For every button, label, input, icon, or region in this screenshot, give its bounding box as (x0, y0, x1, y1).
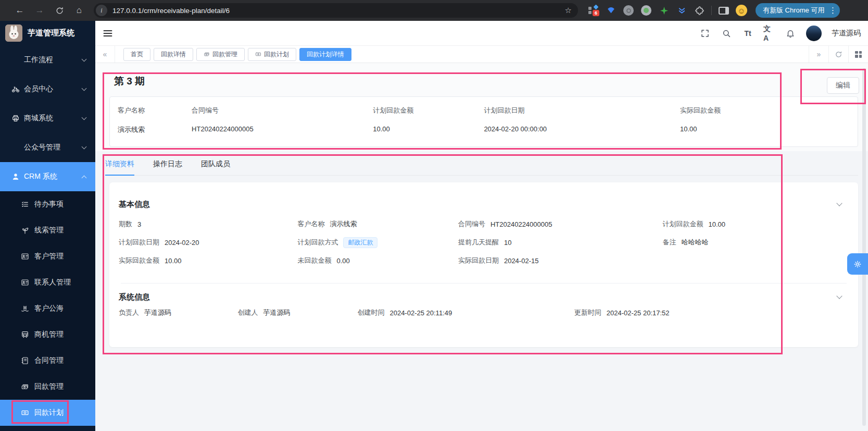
language-icon[interactable]: 文A (763, 28, 775, 39)
chevron-up-icon (82, 175, 87, 180)
browser-menu-icon[interactable]: ⋮ (827, 6, 838, 15)
app-header: Tt 文A 芋道源码 (95, 21, 868, 46)
layout-grid-icon[interactable] (848, 46, 868, 63)
fullscreen-icon[interactable] (699, 28, 711, 39)
field-update-time: 更新时间2024-02-25 20:17:52 (574, 307, 849, 318)
summary-col: 计划回款金额 10.00 (373, 106, 484, 134)
back-icon[interactable]: ← (14, 4, 26, 17)
contact-card-icon (21, 252, 29, 261)
basic-info-fields: 期数3 客户名称演示线索 合同编号HT20240224000005 计划回款金额… (119, 218, 849, 266)
edit-button[interactable]: 编辑 (827, 77, 859, 94)
tabs-scroll-left-icon[interactable]: « (95, 46, 115, 63)
sidebar-item-contacts[interactable]: 联系人管理 (0, 269, 95, 295)
tab-bar-actions: » (809, 46, 868, 63)
field-unpaid-amount: 未回款金额0.00 (297, 255, 458, 266)
page-title: 第 3 期 (114, 75, 145, 88)
sidebar-item-crm-system[interactable]: CRM 系统 (0, 162, 95, 191)
bell-icon[interactable] (785, 28, 796, 39)
extension-badge-icon[interactable]: 6 (587, 5, 599, 16)
username[interactable]: 芋道源码 (832, 29, 861, 38)
summary-card: 客户名称 演示线索 合同编号 HT20240224000005 计划回款金额 1… (109, 96, 858, 147)
money-stack-icon (204, 51, 210, 57)
app-title: 芋道管理系统 (28, 28, 74, 38)
tabs-scroll-right-icon[interactable]: » (809, 46, 828, 63)
pool-icon (21, 304, 29, 313)
extension-green-star-icon[interactable] (658, 5, 670, 16)
header-actions: Tt 文A 芋道源码 (699, 26, 861, 41)
site-info-icon[interactable]: i (96, 5, 107, 16)
scrollbar[interactable] (862, 68, 866, 426)
forward-icon[interactable]: → (33, 4, 46, 17)
refresh-icon[interactable] (828, 46, 848, 63)
sidebar-item-receivables[interactable]: 回款管理 (0, 374, 95, 400)
system-info-fields: 负责人芋道源码 创建人芋道源码 创建时间2024-02-25 20:11:49 … (119, 307, 849, 318)
address-bar[interactable]: i 127.0.0.1/crm/receivable-plan/detail/6… (94, 3, 578, 18)
chevron-down-icon (82, 115, 87, 120)
field-actual-amount: 实际回款金额10.00 (119, 255, 297, 266)
sidebar-item-customer-pool[interactable]: 客户公海 (0, 295, 95, 322)
section-divider (121, 283, 847, 284)
sidebar-item-contracts[interactable]: 合同管理 (0, 348, 95, 374)
field-contract-no: 合同编号HT20240224000005 (458, 218, 663, 230)
seedling-icon (21, 226, 29, 235)
sidebar-item-todo[interactable]: 待办事项 (0, 191, 95, 217)
banknote-icon (21, 409, 29, 417)
tab-operation-log[interactable]: 操作日志 (153, 159, 182, 175)
summary-col: 实际回款金额 10.00 (680, 106, 858, 134)
tab-receivable-plan[interactable]: 回款计划 (248, 48, 296, 61)
tab-receivable-detail[interactable]: 回款详情 (154, 48, 193, 61)
extension-kite-icon[interactable] (605, 5, 617, 16)
collapse-chevron-icon[interactable] (836, 293, 842, 299)
sidebar-item-customers[interactable]: 客户管理 (0, 243, 95, 269)
detail-tabs: 详细资料 操作日志 团队成员 (95, 151, 868, 182)
sidebar-item-member-center[interactable]: 会员中心 (0, 75, 95, 104)
extensions-puzzle-icon[interactable] (694, 5, 705, 16)
tab-team-members[interactable]: 团队成员 (201, 159, 230, 175)
tab-receivable-plan-detail[interactable]: 回款计划详情 (299, 48, 351, 61)
menu-collapse-icon[interactable] (103, 28, 114, 39)
banknote-icon (255, 51, 261, 57)
chevron-down-icon (82, 86, 87, 91)
summary-grid: 客户名称 演示线索 合同编号 HT20240224000005 计划回款金额 1… (118, 106, 858, 134)
summary-col: 合同编号 HT20240224000005 (192, 106, 373, 134)
extension-chevrons-icon[interactable] (676, 5, 687, 16)
side-panel-icon[interactable] (718, 5, 729, 16)
sidebar-item-receivable-plan[interactable]: 回款计划 (0, 400, 95, 426)
user-icon (11, 173, 20, 181)
search-icon[interactable] (721, 28, 732, 39)
sidebar-item-mall-system[interactable]: 商城系统 (0, 104, 95, 133)
chrome-update-button[interactable]: 有新版 Chrome 可用 ⋮ (756, 3, 840, 18)
home-icon[interactable]: ⌂ (73, 4, 85, 17)
sidebar: 芋道管理系统 工作流程 会员中心 商城系统 公众号管 (0, 21, 95, 431)
browser-toolbar: ← → ⌂ i 127.0.0.1/crm/receivable-plan/de… (0, 0, 868, 21)
extension-knot-icon[interactable] (623, 5, 634, 16)
sidebar-item-leads[interactable]: 线索管理 (0, 217, 95, 243)
tab-receivable-manage[interactable]: 回款管理 (196, 48, 245, 61)
summary-col: 计划回款日期 2024-02-20 00:00:00 (484, 106, 680, 134)
system-info-header: 系统信息 (119, 292, 849, 302)
profile-avatar-icon[interactable]: ☺ (736, 5, 747, 16)
font-size-icon[interactable]: Tt (742, 28, 753, 39)
money-stack-icon (21, 383, 29, 391)
tab-detail-info[interactable]: 详细资料 (105, 159, 134, 176)
chevron-down-icon (82, 144, 87, 150)
bike-icon (11, 85, 20, 93)
sidebar-item-opportunities[interactable]: 商机管理 (0, 322, 95, 348)
bookmark-star-icon[interactable]: ☆ (565, 6, 572, 15)
logo-rabbit-icon (5, 24, 22, 42)
chrome-update-label: 有新版 Chrome 可用 (763, 6, 824, 15)
sidebar-item-official-account[interactable]: 公众号管理 (0, 133, 95, 162)
contract-icon (21, 356, 29, 365)
sidebar-item-workflow[interactable]: 工作流程 (0, 45, 95, 75)
collapse-chevron-icon[interactable] (836, 200, 842, 206)
theme-settings-button[interactable] (847, 253, 868, 275)
tab-home[interactable]: 首页 (123, 48, 150, 61)
field-create-time: 创建时间2024-02-25 20:11:49 (357, 307, 574, 318)
field-actual-date: 实际回款日期2024-02-15 (458, 255, 663, 266)
user-avatar[interactable] (806, 26, 822, 41)
extension-green-dot-icon[interactable] (640, 5, 652, 16)
reload-icon[interactable] (53, 4, 66, 17)
summary-col: 客户名称 演示线索 (118, 106, 192, 134)
extension-badge-count: 6 (593, 10, 599, 16)
field-payment-method: 计划回款方式邮政汇款 (297, 237, 458, 248)
